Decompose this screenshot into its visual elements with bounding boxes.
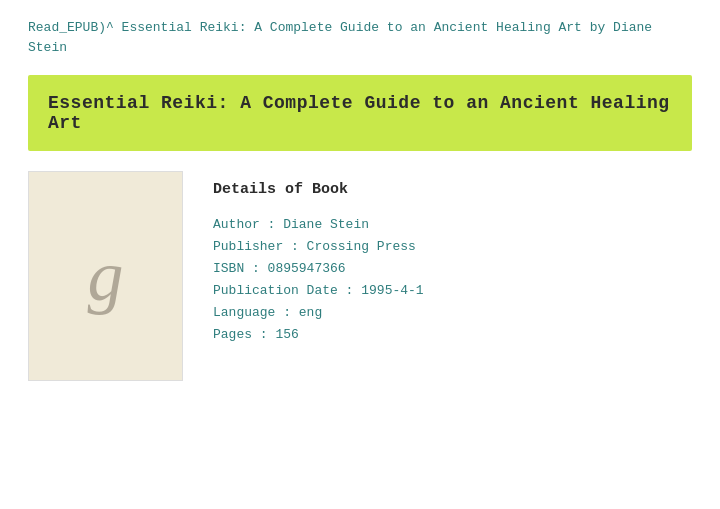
details-heading: Details of Book bbox=[213, 181, 424, 198]
book-cover: g bbox=[28, 171, 183, 381]
book-details-section: g Details of Book Author : Diane Stein P… bbox=[28, 171, 692, 381]
publisher-row: Publisher : Crossing Press bbox=[213, 236, 424, 258]
isbn-row: ISBN : 0895947366 bbox=[213, 258, 424, 280]
language-row: Language : eng bbox=[213, 302, 424, 324]
book-info: Details of Book Author : Diane Stein Pub… bbox=[213, 171, 424, 381]
book-cover-icon: g bbox=[88, 240, 124, 312]
book-title-banner-text: Essential Reiki: A Complete Guide to an … bbox=[48, 93, 670, 133]
pages-row: Pages : 156 bbox=[213, 324, 424, 346]
book-title-banner: Essential Reiki: A Complete Guide to an … bbox=[28, 75, 692, 151]
author-row: Author : Diane Stein bbox=[213, 214, 424, 236]
pub-date-row: Publication Date : 1995-4-1 bbox=[213, 280, 424, 302]
page-title: Read_EPUB)^ Essential Reiki: A Complete … bbox=[28, 18, 692, 57]
page-header: Read_EPUB)^ Essential Reiki: A Complete … bbox=[0, 0, 720, 67]
